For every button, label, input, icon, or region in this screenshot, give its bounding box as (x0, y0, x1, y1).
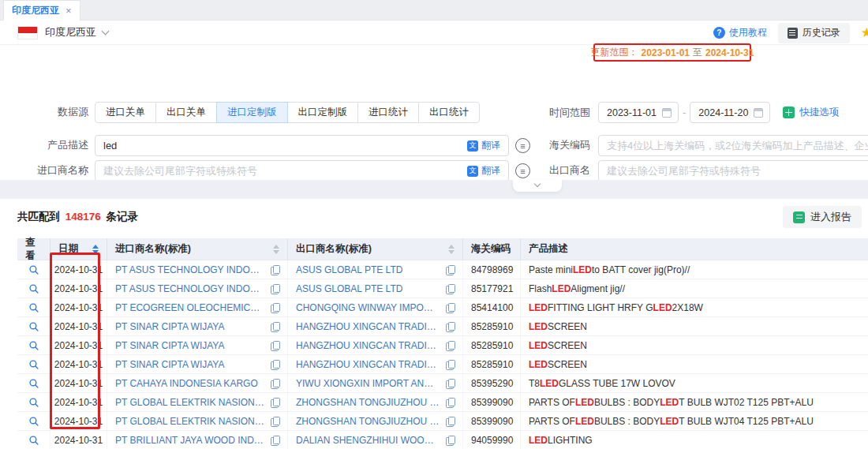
magnifier-icon[interactable] (28, 397, 39, 408)
synonym-icon[interactable]: ≡ (515, 138, 530, 153)
sort-icon[interactable] (443, 245, 455, 254)
magnifier-icon[interactable] (28, 435, 39, 446)
datasource-tab-2[interactable]: 出口关单 (155, 102, 217, 123)
copy-icon[interactable] (446, 436, 455, 445)
chevron-down-icon[interactable] (102, 28, 110, 36)
tutorial-link[interactable]: ? 使用教程 (713, 26, 767, 39)
importer-link[interactable]: PT SINAR CIPTA WIJAYA (115, 359, 264, 370)
copy-icon[interactable] (446, 265, 455, 275)
importer-link[interactable]: PT ECOGREEN OLEOCHEMICALS (115, 302, 264, 313)
datasource-tab-1[interactable]: 进口关单 (95, 102, 156, 123)
copy-icon[interactable] (271, 398, 279, 407)
start-date-input[interactable]: 2023-11-01 (598, 102, 679, 123)
quick-options-link[interactable]: 快捷选项 (783, 106, 839, 119)
importer-link[interactable]: PT BRILLIANT JAYA WOOD INDUSTRY (115, 435, 264, 446)
column-header-4[interactable]: 出口商名称(标准) (288, 238, 463, 260)
view-cell[interactable] (17, 393, 51, 411)
importer-link[interactable]: PT GLOBAL ELEKTRIK NASIONAL (115, 416, 264, 427)
exporter-link[interactable]: CHONGQING WINWAY IMPORT AND E... (296, 302, 440, 313)
end-date-input[interactable]: 2024-11-20 (690, 102, 770, 123)
country-tab[interactable]: 印度尼西亚 × (3, 0, 80, 21)
copy-icon[interactable] (271, 379, 279, 388)
copy-icon[interactable] (271, 284, 279, 294)
exporter-link[interactable]: ZHONGSHAN TONGJIUZHOU INTERNA... (296, 416, 440, 427)
importer-input[interactable] (103, 165, 467, 177)
copy-icon[interactable] (446, 322, 455, 331)
favorite-star-icon[interactable]: ★ (861, 24, 868, 41)
exporter-link[interactable]: DALIAN SHENGZHIHUI WOOD INDUST... (296, 435, 440, 446)
customs-code-input[interactable] (607, 140, 868, 152)
customs-code-label: 海关编码 (544, 135, 590, 155)
copy-icon[interactable] (446, 417, 455, 426)
datasource-tab-4[interactable]: 出口定制版 (287, 102, 359, 123)
product-text: BULBS : BODY (594, 397, 660, 408)
quick-options-label: 快捷选项 (799, 106, 839, 119)
importer-link[interactable]: PT CAHAYA INDONESIA KARGO (115, 378, 264, 389)
copy-icon[interactable] (271, 360, 279, 369)
close-icon[interactable]: × (65, 6, 72, 16)
datasource-tab-5[interactable]: 进口统计 (357, 102, 419, 123)
view-cell[interactable] (17, 431, 51, 449)
sort-icon[interactable] (88, 245, 99, 254)
importer-link[interactable]: PT SINAR CIPTA WIJAYA (115, 321, 264, 332)
exporter-link[interactable]: ZHONGSHAN TONGJIUZHOU INTERNA... (296, 397, 440, 408)
exporter-link[interactable]: ASUS GLOBAL PTE LTD (296, 283, 440, 294)
view-cell[interactable] (17, 298, 51, 316)
copy-icon[interactable] (271, 436, 279, 445)
view-cell[interactable] (17, 374, 51, 392)
copy-icon[interactable] (446, 379, 455, 388)
translate-button[interactable]: 文 翻译 (467, 139, 500, 152)
collapse-panel-handle[interactable] (513, 180, 562, 192)
importer-link[interactable]: PT ASUS TECHNOLOGY INDONESIA BA... (115, 264, 264, 275)
copy-icon[interactable] (271, 341, 279, 350)
importer-link[interactable]: PT ASUS TECHNOLOGY INDONESIA BA... (115, 283, 264, 294)
magnifier-icon[interactable] (28, 283, 39, 294)
copy-icon[interactable] (271, 322, 279, 331)
importer-link[interactable]: PT SINAR CIPTA WIJAYA (115, 340, 264, 351)
datasource-tab-3[interactable]: 进口定制版 (216, 102, 288, 123)
exporter-link[interactable]: ASUS GLOBAL PTE LTD (296, 264, 440, 275)
synonym-icon[interactable]: ≡ (515, 163, 530, 178)
sort-icon[interactable] (268, 245, 279, 254)
magnifier-icon[interactable] (28, 340, 39, 351)
copy-icon[interactable] (446, 284, 455, 294)
view-cell[interactable] (17, 336, 51, 354)
magnifier-icon[interactable] (28, 321, 39, 332)
history-button[interactable]: 历史记录 (778, 23, 850, 43)
translate-button[interactable]: 文 翻译 (467, 164, 500, 178)
exporter-cell: ASUS GLOBAL PTE LTD (288, 279, 463, 297)
view-cell[interactable] (17, 279, 51, 297)
importer-link[interactable]: PT GLOBAL ELEKTRIK NASIONAL (115, 397, 264, 408)
magnifier-icon[interactable] (28, 264, 39, 275)
view-cell[interactable] (17, 260, 51, 279)
datasource-tab-6[interactable]: 出口统计 (418, 102, 480, 123)
view-cell[interactable] (17, 412, 51, 430)
product-desc-input[interactable] (103, 140, 467, 152)
exporter-input[interactable] (607, 165, 868, 177)
copy-icon[interactable] (446, 303, 455, 312)
exporter-link[interactable]: YIWU XIONGXIN IMPORT AND EXPORT... (296, 378, 440, 389)
importer-label: 进口商名称 (16, 160, 88, 180)
magnifier-icon[interactable] (28, 359, 39, 370)
copy-icon[interactable] (271, 303, 279, 312)
enter-report-button[interactable]: 进入报告 (783, 206, 862, 228)
copy-icon[interactable] (271, 265, 279, 275)
exporter-link[interactable]: HANGZHOU XINGCAN TRADING CO LTD (296, 321, 440, 332)
view-cell[interactable] (17, 355, 51, 373)
product-desc-field: 文 翻译 (95, 135, 509, 156)
exporter-link[interactable]: HANGZHOU XINGCAN TRADING CO LTD (296, 359, 440, 370)
exporter-link[interactable]: HANGZHOU XINGCAN TRADING CO LTD (296, 340, 440, 351)
copy-icon[interactable] (271, 417, 279, 426)
copy-icon[interactable] (446, 341, 455, 350)
column-header-2[interactable]: 日期 (51, 238, 107, 260)
copy-icon[interactable] (446, 398, 455, 407)
magnifier-icon[interactable] (28, 378, 39, 389)
product-desc-cell: T8 LED GLASS TUBE 17W LOVOV (521, 374, 868, 392)
copy-icon[interactable] (446, 360, 455, 369)
magnifier-icon[interactable] (28, 416, 39, 427)
magnifier-icon[interactable] (28, 302, 39, 313)
country-selector-label[interactable]: 印度尼西亚 (45, 25, 96, 39)
importer-cell: PT SINAR CIPTA WIJAYA (107, 355, 288, 373)
view-cell[interactable] (17, 317, 51, 335)
column-header-3[interactable]: 进口商名称(标准) (107, 238, 288, 260)
